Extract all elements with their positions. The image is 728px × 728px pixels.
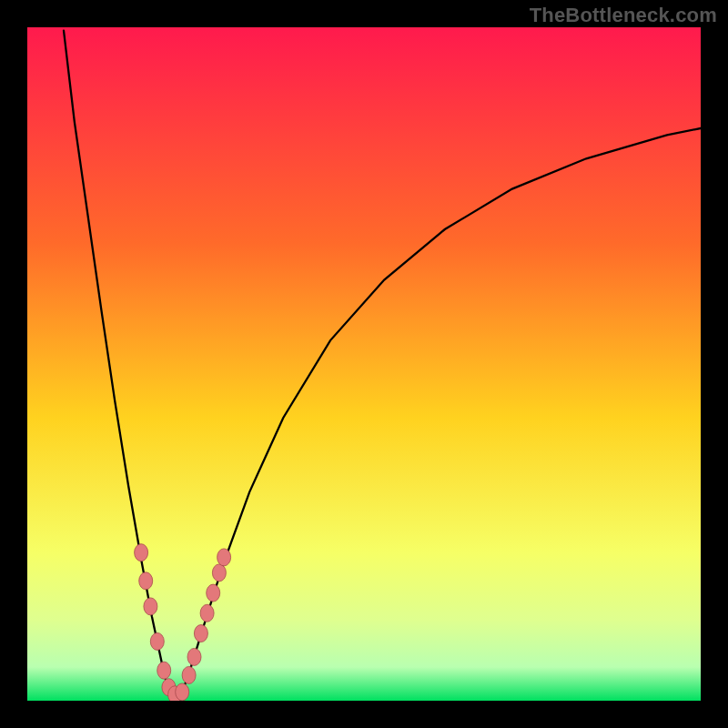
curve-marker — [144, 598, 157, 615]
curve-marker — [182, 666, 196, 683]
curve-marker — [212, 564, 226, 581]
curve-marker — [150, 632, 164, 650]
descending-curve — [64, 31, 169, 695]
marker-group — [135, 544, 231, 701]
curve-marker — [207, 584, 220, 602]
curve-marker — [200, 604, 214, 622]
watermark-text: TheBottleneck.com — [530, 4, 717, 27]
curve-marker — [217, 549, 231, 566]
curve-marker — [135, 544, 148, 561]
curve-layer — [27, 27, 701, 701]
plot-area — [27, 27, 701, 701]
chart-frame: TheBottleneck.com — [0, 0, 728, 728]
curve-marker — [139, 572, 153, 590]
curve-marker — [176, 683, 189, 701]
curve-marker — [194, 625, 207, 642]
curve-marker — [187, 648, 201, 665]
curve-marker — [157, 662, 171, 679]
ascending-curve — [181, 128, 701, 695]
